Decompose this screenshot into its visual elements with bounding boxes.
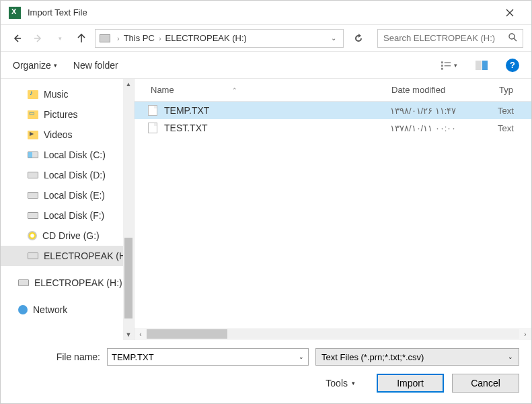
chevron-down-icon: ▾ [54, 62, 57, 69]
breadcrumb-item[interactable]: ELECTROPEAK (H:) [165, 33, 247, 43]
new-folder-button[interactable]: New folder [73, 60, 118, 71]
filename-field[interactable] [112, 352, 299, 362]
svg-rect-11 [441, 67, 443, 69]
sidebar-item-local-disk-f[interactable]: Local Disk (F:) [1, 205, 134, 226]
scroll-thumb[interactable] [147, 329, 227, 339]
preview-pane-button[interactable] [473, 57, 490, 73]
filetype-select[interactable]: Text Files (*.prn;*.txt;*.csv) ⌄ [315, 348, 519, 366]
column-headers: Name⌃ Date modified Typ [135, 79, 531, 102]
svg-rect-10 [445, 65, 451, 66]
scroll-thumb[interactable] [124, 238, 132, 318]
breadcrumb-item[interactable]: This PC [124, 33, 155, 43]
scroll-right-arrow[interactable]: › [519, 328, 531, 340]
sidebar-item-label: Local Disk (F:) [44, 210, 104, 221]
sidebar-scrollbar[interactable]: ▲ ▼ [123, 79, 134, 340]
music-folder-icon [28, 90, 38, 99]
drive-icon [28, 212, 38, 219]
search-input[interactable] [383, 33, 508, 43]
sidebar-item-local-disk-d[interactable]: Local Disk (D:) [1, 165, 134, 185]
column-header-date[interactable]: Date modified [383, 85, 491, 95]
sidebar-item-music[interactable]: Music [1, 84, 134, 104]
scroll-down-arrow[interactable]: ▼ [123, 329, 134, 340]
back-button[interactable] [9, 30, 25, 46]
scroll-track[interactable] [147, 329, 519, 339]
file-type: Text [498, 106, 531, 116]
refresh-icon [354, 34, 363, 43]
scroll-left-arrow[interactable]: ‹ [135, 328, 147, 340]
cancel-button[interactable]: Cancel [452, 374, 519, 393]
svg-rect-8 [445, 62, 451, 63]
svg-rect-12 [476, 61, 482, 70]
forward-button[interactable] [30, 30, 46, 46]
chevron-down-icon: ▾ [59, 35, 62, 42]
chevron-down-icon: ▾ [454, 62, 457, 69]
filename-input[interactable]: ⌄ [107, 348, 309, 366]
horizontal-scrollbar[interactable]: ‹ › [135, 328, 531, 340]
svg-line-6 [514, 38, 517, 41]
sidebar-item-label: Local Disk (E:) [44, 190, 105, 201]
close-button[interactable] [496, 3, 523, 23]
sidebar-item-cd-drive[interactable]: CD Drive (G:) [1, 226, 134, 246]
drive-icon [28, 172, 38, 178]
navbar: ▾ › This PC › ELECTROPEAK (H:) ⌄ [1, 25, 531, 52]
sidebar-item-pictures[interactable]: Pictures [1, 104, 134, 125]
view-list-icon [441, 61, 453, 70]
sidebar-item-label: Pictures [44, 109, 78, 120]
sidebar-item-local-disk-e[interactable]: Local Disk (E:) [1, 185, 134, 205]
sidebar-item-electropeak[interactable]: ELECTROPEAK (H:) [1, 246, 134, 266]
arrow-right-icon [34, 34, 43, 43]
titlebar: Import Text File [1, 1, 531, 25]
text-file-icon [148, 123, 157, 133]
sidebar-item-local-disk-c[interactable]: Local Disk (C:) [1, 145, 134, 165]
sidebar-item-electropeak-root[interactable]: ELECTROPEAK (H:) [1, 273, 134, 293]
scroll-track[interactable] [123, 90, 134, 329]
sidebar: Music Pictures Videos Local Disk (C:) Lo… [1, 79, 134, 340]
file-row[interactable]: TEMP.TXT ۱۳۹۸/۰۱/۲۶ ۱۱:۴۷ Text [135, 102, 531, 119]
filetype-label: Text Files (*.prn;*.txt;*.csv) [321, 352, 424, 362]
sidebar-item-label: ELECTROPEAK (H:) [44, 250, 132, 261]
drive-icon [18, 279, 29, 286]
file-row[interactable]: TEST.TXT ۱۳۷۸/۱۰/۱۱ ۰۰:۰۰ Text [135, 119, 531, 137]
close-icon [506, 9, 514, 17]
search-box[interactable] [377, 29, 523, 48]
breadcrumb[interactable]: › This PC › ELECTROPEAK (H:) ⌄ [95, 29, 344, 48]
sidebar-item-network[interactable]: Network [1, 300, 134, 320]
breadcrumb-dropdown[interactable]: ⌄ [328, 34, 339, 42]
toolbar: Organize ▾ New folder ▾ ? [1, 52, 531, 79]
drive-icon [28, 152, 38, 158]
file-date: ۱۳۹۸/۰۱/۲۶ ۱۱:۴۷ [390, 106, 498, 116]
help-button[interactable]: ? [506, 59, 519, 72]
import-button[interactable]: Import [377, 374, 444, 393]
file-name: TEMP.TXT [164, 105, 390, 116]
organize-menu[interactable]: Organize ▾ [13, 60, 57, 71]
filename-row: File name: ⌄ Text Files (*.prn;*.txt;*.c… [13, 348, 519, 366]
window-title: Import Text File [28, 7, 496, 18]
chevron-down-icon[interactable]: ⌄ [299, 354, 304, 360]
drive-icon [28, 192, 38, 199]
drive-icon [100, 34, 110, 42]
tools-menu[interactable]: Tools ▾ [326, 378, 355, 389]
sidebar-item-label: Network [33, 304, 67, 315]
sidebar-item-label: Local Disk (C:) [44, 149, 106, 160]
view-options-button[interactable]: ▾ [441, 57, 457, 73]
recent-dropdown[interactable]: ▾ [52, 30, 68, 46]
sidebar-item-videos[interactable]: Videos [1, 125, 134, 145]
column-header-type[interactable]: Typ [491, 85, 525, 95]
videos-folder-icon [28, 131, 38, 139]
drive-icon [28, 252, 38, 259]
arrow-up-icon [77, 34, 86, 43]
sidebar-item-label: Local Disk (D:) [44, 170, 106, 180]
sidebar-item-label: ELECTROPEAK (H:) [34, 277, 122, 288]
refresh-button[interactable] [349, 29, 368, 48]
chevron-down-icon: ⌄ [508, 354, 513, 360]
column-header-name[interactable]: Name⌃ [135, 85, 383, 95]
dialog-window: Import Text File ▾ › This PC › ELECTROPE… [0, 0, 532, 404]
scroll-up-arrow[interactable]: ▲ [123, 79, 134, 90]
chevron-right-icon: › [117, 34, 120, 42]
body-area: Music Pictures Videos Local Disk (C:) Lo… [1, 79, 531, 340]
up-button[interactable] [73, 30, 89, 46]
svg-rect-9 [441, 65, 443, 67]
chevron-down-icon: ▾ [352, 380, 355, 386]
sort-indicator-icon: ⌃ [232, 87, 237, 94]
sidebar-item-label: CD Drive (G:) [42, 230, 100, 241]
